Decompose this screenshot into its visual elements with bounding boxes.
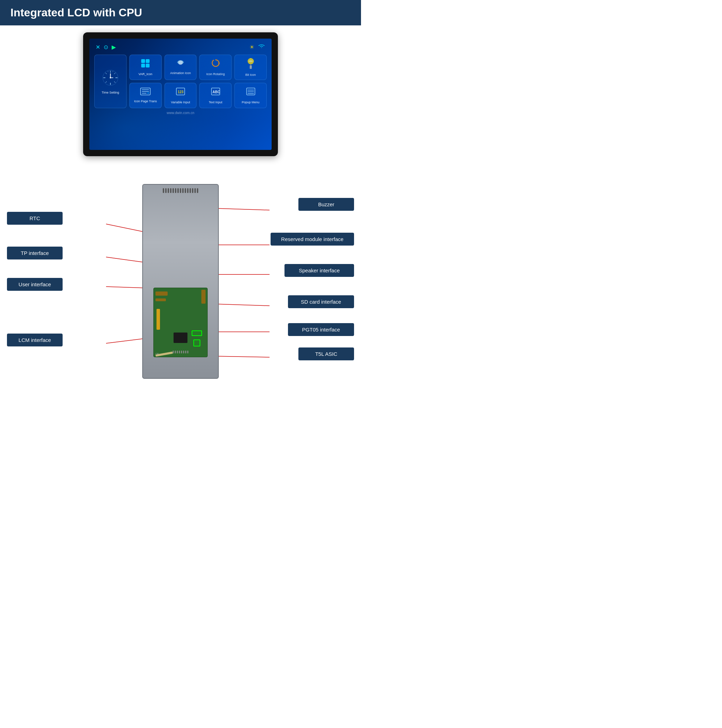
- svg-rect-23: [250, 66, 252, 69]
- board-section: CE RTC TP interface User interface LCM i…: [7, 170, 354, 386]
- vent-slot: [192, 188, 193, 193]
- vent-slot: [170, 188, 171, 193]
- label-sdcard-interface: SD card interface: [288, 295, 354, 308]
- label-reserved-module: Reserved module interface: [271, 233, 354, 246]
- var-icon-label: VAR_Icon: [138, 72, 152, 76]
- vent-slot: [182, 188, 184, 193]
- lcd-top-bar: ✕ ⊙ ▶ ☀: [94, 43, 267, 50]
- tile-time-setting[interactable]: Time Setting: [94, 55, 127, 108]
- svg-line-45: [216, 304, 269, 306]
- pcb-connector: [156, 292, 168, 296]
- lcd-top-right: ☀: [249, 43, 265, 50]
- vent-slot: [165, 188, 167, 193]
- pcb-area: CE: [153, 288, 208, 357]
- lcd-screen-container: ✕ ⊙ ▶ ☀: [7, 32, 354, 156]
- text-input-icon-sym: ABC: [211, 87, 220, 98]
- label-speaker-interface: Speaker interface: [285, 264, 354, 277]
- vent-slot: [190, 188, 191, 193]
- label-lcm-interface: LCM interface: [7, 333, 63, 346]
- play-icon: ▶: [112, 44, 116, 50]
- svg-line-6: [114, 73, 115, 74]
- svg-rect-34: [246, 88, 255, 95]
- page-title: Integrated LCD with CPU: [11, 6, 350, 19]
- vent-slot: [177, 188, 179, 193]
- variable-input-icon-sym: 123: [176, 87, 185, 98]
- vent-slot: [185, 188, 186, 193]
- vent-slot: [163, 188, 164, 193]
- lcd-screen: ✕ ⊙ ▶ ☀: [89, 38, 272, 150]
- var-icon-sym: [141, 58, 150, 70]
- rotating-icon-sym: [211, 58, 220, 70]
- tile-icon-page-trans[interactable]: Icon Page Trans: [129, 83, 162, 108]
- svg-rect-15: [141, 59, 145, 63]
- vent-slot: [173, 188, 174, 193]
- vent-slot: [197, 188, 198, 193]
- label-buzzer: Buzzer: [298, 198, 354, 211]
- text-input-label: Text Input: [209, 101, 222, 104]
- lcd-tile-grid: Time Setting VAR_Icon: [94, 55, 267, 108]
- svg-line-8: [114, 81, 115, 83]
- lcd-top-left: ✕ ⊙ ▶: [96, 44, 116, 50]
- pcb-connector: [156, 298, 166, 301]
- vent-slot: [180, 188, 181, 193]
- bit-icon-label: Bit Icon: [246, 73, 256, 77]
- label-tp-interface: TP interface: [7, 246, 63, 260]
- svg-rect-16: [146, 59, 150, 63]
- vent-slot: [187, 188, 188, 193]
- website-text: www.dwin.com.cn: [94, 111, 267, 115]
- svg-line-42: [216, 208, 269, 210]
- vent-slot: [175, 188, 176, 193]
- svg-rect-18: [146, 64, 150, 67]
- tile-bit-icon[interactable]: Bit Icon: [234, 55, 267, 80]
- page-header: Integrated LCD with CPU: [0, 0, 361, 25]
- svg-line-47: [216, 356, 269, 357]
- icon-rotating-label: Icon Rotating: [206, 72, 225, 76]
- label-user-interface: User interface: [7, 278, 63, 291]
- yellow-tape: [156, 309, 160, 330]
- label-rtc: RTC: [7, 212, 63, 225]
- svg-line-10: [113, 71, 113, 72]
- green-box: [192, 330, 202, 336]
- svg-point-14: [110, 77, 111, 78]
- time-wheel: [101, 68, 120, 89]
- ic-chip: [174, 332, 187, 343]
- content-area: ✕ ⊙ ▶ ☀: [0, 32, 361, 396]
- tile-text-input[interactable]: ABC Text Input: [199, 83, 232, 108]
- animation-icon-label: Animation Icon: [170, 71, 191, 75]
- page-trans-label: Icon Page Trans: [134, 99, 157, 103]
- popup-menu-icon-sym: [246, 87, 255, 98]
- svg-text:123: 123: [178, 90, 184, 94]
- tile-variable-input[interactable]: 123 Variable Input: [165, 83, 197, 108]
- ce-mark: CE: [156, 353, 159, 355]
- tile-popup-menu[interactable]: Popup Menu: [234, 83, 267, 108]
- wifi-icon: [258, 43, 265, 50]
- variable-input-label: Variable Input: [171, 101, 190, 104]
- green-box: [193, 340, 200, 346]
- svg-line-5: [106, 73, 107, 74]
- svg-rect-17: [141, 64, 145, 67]
- vent-slot: [168, 188, 169, 193]
- board-image: CE: [142, 184, 219, 379]
- pcb-connector: [201, 290, 205, 304]
- tile-var-icon[interactable]: VAR_Icon: [129, 55, 162, 80]
- svg-line-11: [108, 71, 108, 72]
- label-t5l-asic: T5L ASIC: [298, 347, 354, 360]
- animation-icon-sym: [176, 60, 185, 69]
- svg-line-7: [106, 81, 107, 83]
- tile-animation-icon[interactable]: Animation Icon: [165, 55, 197, 80]
- label-pgt05-interface: PGT05 interface: [288, 323, 354, 336]
- vent-slot: [194, 188, 196, 193]
- pin-row: [173, 350, 188, 353]
- camera-icon: ⊙: [104, 44, 108, 50]
- page-trans-icon-sym: [140, 88, 151, 97]
- settings-icon: ✕: [96, 44, 100, 50]
- brightness-icon: ☀: [249, 44, 254, 50]
- board-vents: [143, 185, 218, 193]
- tile-time-label: Time Setting: [101, 91, 119, 95]
- bit-icon-sym: [246, 58, 255, 71]
- popup-menu-label: Popup Menu: [242, 101, 260, 104]
- tile-icon-rotating[interactable]: Icon Rotating: [199, 55, 232, 80]
- lcd-device: ✕ ⊙ ▶ ☀: [83, 32, 278, 156]
- svg-text:ABC: ABC: [213, 90, 220, 94]
